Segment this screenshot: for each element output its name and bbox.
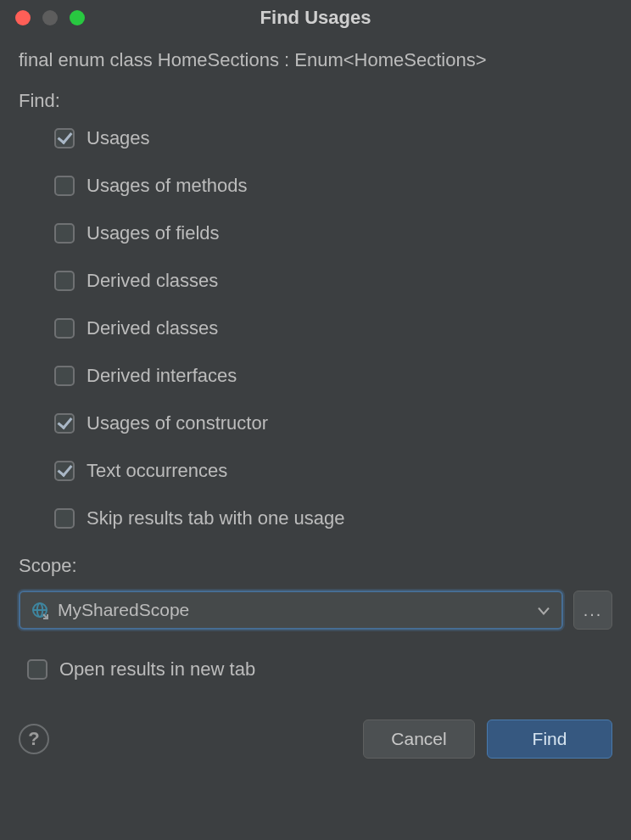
- checkbox-open-new-tab[interactable]: [27, 659, 47, 680]
- scope-row: MySharedScope ...: [19, 591, 612, 630]
- scope-shared-icon: [31, 601, 49, 619]
- option-label: Usages of methods: [87, 175, 248, 197]
- find-button[interactable]: Find: [487, 720, 612, 759]
- option-label: Skip results tab with one usage: [87, 507, 345, 529]
- scope-section: Scope: MySharedScope ...: [19, 555, 612, 630]
- checkbox-skip-results-tab[interactable]: [54, 508, 75, 529]
- option-text-occurrences[interactable]: Text occurrences: [54, 460, 612, 482]
- checkbox-derived-classes-2[interactable]: [54, 318, 75, 339]
- checkbox-usages-of-methods[interactable]: [54, 176, 75, 196]
- option-derived-classes-1[interactable]: Derived classes: [54, 270, 612, 292]
- option-label: Open results in new tab: [59, 658, 255, 680]
- checkbox-usages[interactable]: [54, 128, 75, 148]
- checkbox-text-occurrences[interactable]: [54, 461, 75, 481]
- window-title: Find Usages: [0, 7, 631, 29]
- checkbox-usages-of-constructor[interactable]: [54, 413, 75, 434]
- find-options-list: Usages Usages of methods Usages of field…: [19, 127, 612, 529]
- chevron-down-icon: [538, 601, 550, 620]
- scope-label: Scope:: [19, 555, 612, 577]
- option-usages-of-fields[interactable]: Usages of fields: [54, 222, 612, 244]
- maximize-window-button[interactable]: [70, 10, 85, 25]
- option-derived-interfaces[interactable]: Derived interfaces: [54, 365, 612, 387]
- dialog-footer: ? Cancel Find: [0, 720, 631, 759]
- option-label: Usages: [87, 127, 150, 149]
- checkbox-derived-classes-1[interactable]: [54, 271, 75, 291]
- scope-dropdown[interactable]: MySharedScope: [19, 591, 563, 630]
- scope-more-button[interactable]: ...: [573, 591, 612, 630]
- option-usages[interactable]: Usages: [54, 127, 612, 149]
- option-skip-results-tab[interactable]: Skip results tab with one usage: [54, 507, 612, 529]
- target-signature: final enum class HomeSections : Enum<Hom…: [19, 49, 612, 71]
- option-open-new-tab[interactable]: Open results in new tab: [19, 658, 612, 680]
- option-label: Usages of fields: [87, 222, 220, 244]
- minimize-window-button[interactable]: [42, 10, 58, 25]
- scope-value: MySharedScope: [58, 600, 189, 620]
- option-label: Derived classes: [87, 317, 218, 339]
- option-label: Derived interfaces: [87, 365, 237, 387]
- cancel-button[interactable]: Cancel: [363, 720, 475, 759]
- dialog-content: final enum class HomeSections : Enum<Hom…: [0, 36, 631, 680]
- checkbox-derived-interfaces[interactable]: [54, 366, 75, 386]
- window-controls: [0, 10, 85, 25]
- option-label: Usages of constructor: [87, 412, 268, 434]
- close-window-button[interactable]: [15, 10, 31, 25]
- help-button[interactable]: ?: [19, 724, 49, 754]
- option-label: Derived classes: [87, 270, 218, 292]
- find-label: Find:: [19, 90, 612, 112]
- option-usages-of-constructor[interactable]: Usages of constructor: [54, 412, 612, 434]
- titlebar: Find Usages: [0, 0, 631, 36]
- checkbox-usages-of-fields[interactable]: [54, 223, 75, 244]
- option-usages-of-methods[interactable]: Usages of methods: [54, 175, 612, 197]
- option-label: Text occurrences: [87, 460, 227, 482]
- option-derived-classes-2[interactable]: Derived classes: [54, 317, 612, 339]
